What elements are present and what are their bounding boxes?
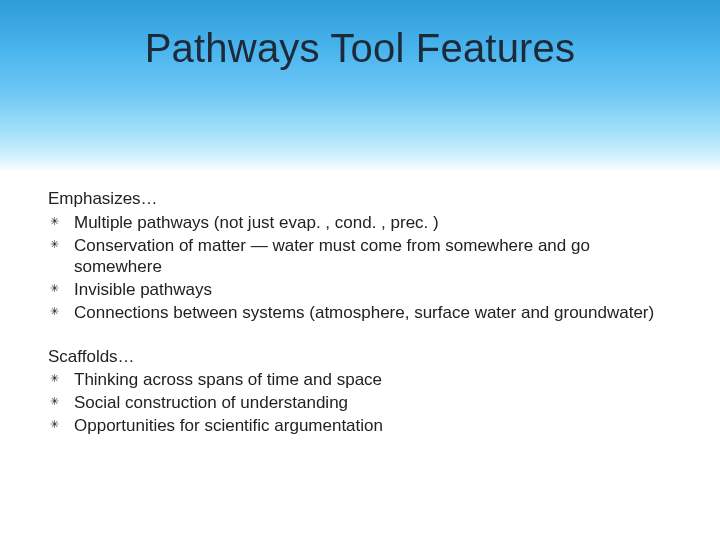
header-band: Pathways Tool Features	[0, 0, 720, 172]
section-intro: Emphasizes…	[48, 188, 672, 210]
slide-title: Pathways Tool Features	[145, 26, 576, 71]
section-scaffolds: Scaffolds… Thinking across spans of time…	[48, 346, 672, 437]
list-item: Thinking across spans of time and space	[68, 369, 672, 391]
bullet-list: Thinking across spans of time and space …	[48, 369, 672, 436]
list-item: Invisible pathways	[68, 279, 672, 301]
list-item: Social construction of understanding	[68, 392, 672, 414]
section-intro: Scaffolds…	[48, 346, 672, 368]
list-item: Conservation of matter — water must come…	[68, 235, 672, 279]
slide-content: Emphasizes… Multiple pathways (not just …	[0, 172, 720, 437]
section-emphasizes: Emphasizes… Multiple pathways (not just …	[48, 188, 672, 324]
list-item: Multiple pathways (not just evap. , cond…	[68, 212, 672, 234]
slide: Pathways Tool Features Emphasizes… Multi…	[0, 0, 720, 540]
list-item: Connections between systems (atmosphere,…	[68, 302, 672, 324]
list-item: Opportunities for scientific argumentati…	[68, 415, 672, 437]
bullet-list: Multiple pathways (not just evap. , cond…	[48, 212, 672, 324]
